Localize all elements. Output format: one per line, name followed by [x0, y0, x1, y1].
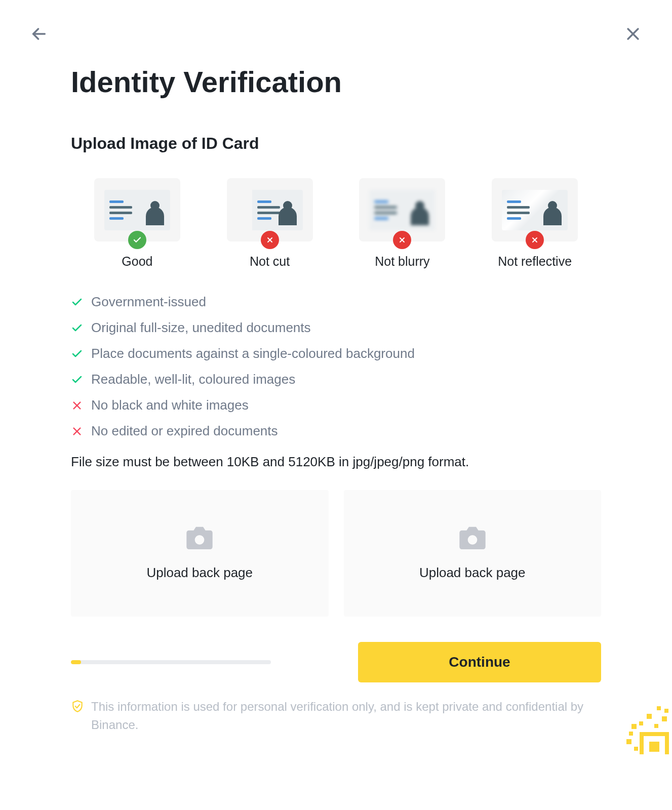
check-icon [71, 296, 83, 308]
x-badge-icon [526, 231, 544, 249]
camera-icon [458, 526, 487, 551]
svg-rect-26 [629, 732, 633, 736]
requirement-item: Readable, well-lit, coloured images [71, 372, 601, 387]
svg-rect-19 [647, 714, 652, 719]
requirement-text: Original full-size, unedited documents [91, 320, 311, 336]
upload-row: Upload back page Upload back page [71, 490, 601, 617]
example-good: Good [71, 178, 204, 269]
example-image-reflective [492, 178, 578, 241]
bottom-row: Continue [71, 642, 601, 682]
x-icon [71, 399, 83, 412]
svg-rect-16 [649, 742, 659, 752]
top-bar [30, 25, 642, 45]
svg-rect-23 [634, 747, 638, 751]
x-icon [71, 425, 83, 437]
check-icon [71, 322, 83, 334]
requirement-text: No black and white images [91, 397, 249, 413]
continue-button[interactable]: Continue [358, 642, 601, 682]
requirement-text: Place documents against a single-coloure… [91, 346, 415, 361]
example-not-blurry: Not blurry [336, 178, 469, 269]
arrow-left-icon [30, 25, 48, 43]
upload-box-left[interactable]: Upload back page [71, 490, 329, 617]
svg-rect-20 [654, 724, 658, 728]
progress-fill [71, 660, 81, 664]
svg-rect-21 [662, 716, 667, 721]
svg-rect-25 [664, 709, 668, 713]
example-not-reflective: Not reflective [468, 178, 601, 269]
shield-check-icon [71, 700, 84, 715]
requirement-item: No black and white images [71, 397, 601, 413]
requirement-text: Readable, well-lit, coloured images [91, 372, 295, 387]
disclaimer: This information is used for personal ve… [71, 698, 601, 734]
id-card-icon [369, 190, 435, 230]
progress-bar [71, 660, 271, 664]
check-badge-icon [128, 231, 146, 249]
svg-rect-24 [657, 706, 661, 710]
page-title: Identity Verification [71, 65, 601, 99]
svg-point-14 [467, 535, 477, 545]
example-label: Good [122, 254, 152, 269]
svg-rect-18 [639, 721, 643, 725]
back-button[interactable] [30, 25, 48, 45]
upload-label: Upload back page [419, 565, 526, 581]
id-card-icon [252, 190, 303, 230]
upload-box-right[interactable]: Upload back page [344, 490, 602, 617]
svg-rect-17 [631, 724, 637, 729]
requirement-text: No edited or expired documents [91, 423, 278, 439]
close-button[interactable] [624, 25, 642, 45]
requirement-item: Place documents against a single-coloure… [71, 346, 601, 361]
content: Identity Verification Upload Image of ID… [30, 65, 642, 734]
example-not-cut: Not cut [204, 178, 336, 269]
requirement-text: Government-issued [91, 294, 206, 310]
example-image-blurry [359, 178, 445, 241]
requirement-item: No edited or expired documents [71, 423, 601, 439]
svg-rect-22 [626, 739, 631, 744]
qr-code-decoration [601, 683, 672, 754]
close-icon [624, 25, 642, 43]
page-subtitle: Upload Image of ID Card [71, 134, 601, 153]
x-badge-icon [261, 231, 279, 249]
svg-point-13 [195, 535, 205, 545]
check-icon [71, 374, 83, 386]
requirements-list: Government-issued Original full-size, un… [71, 294, 601, 439]
id-card-icon [104, 190, 170, 230]
example-label: Not blurry [375, 254, 429, 269]
example-image-good [94, 178, 180, 241]
upload-label: Upload back page [146, 565, 253, 581]
check-icon [71, 348, 83, 360]
example-label: Not cut [250, 254, 290, 269]
example-label: Not reflective [498, 254, 572, 269]
x-badge-icon [393, 231, 411, 249]
example-image-cut [227, 178, 313, 241]
requirement-item: Government-issued [71, 294, 601, 310]
file-size-note: File size must be between 10KB and 5120K… [71, 454, 601, 470]
id-card-icon [502, 190, 568, 230]
example-row: Good Not cut [71, 178, 601, 269]
camera-icon [185, 526, 214, 551]
requirement-item: Original full-size, unedited documents [71, 320, 601, 336]
disclaimer-text: This information is used for personal ve… [91, 698, 601, 734]
